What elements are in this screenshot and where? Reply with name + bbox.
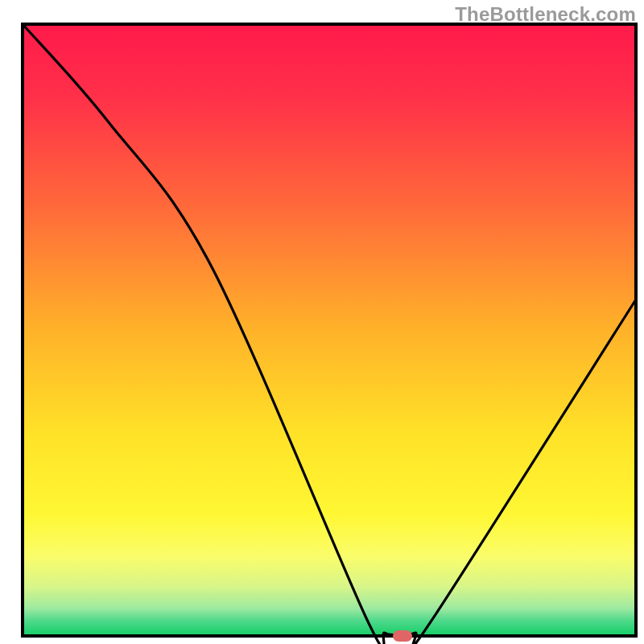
plot-background — [23, 24, 636, 636]
chart-container: TheBottleneck.com — [0, 0, 644, 644]
chart-svg — [0, 0, 644, 644]
minimum-marker — [393, 630, 412, 642]
watermark-text: TheBottleneck.com — [455, 3, 636, 26]
